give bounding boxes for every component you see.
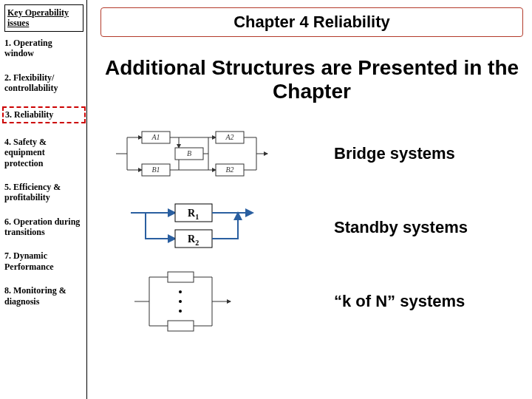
kofn-diagram <box>98 265 290 338</box>
svg-point-17 <box>179 300 182 303</box>
section-label-bridge: Bridge systems <box>290 144 455 163</box>
sidebar-header: Key Operability issues <box>4 4 83 32</box>
svg-point-16 <box>179 290 182 293</box>
svg-rect-14 <box>168 272 194 282</box>
sidebar-item-text: Efficiency & profitability <box>4 182 61 202</box>
sidebar-item-7: 7. Dynamic Performance <box>4 250 83 272</box>
sections: A1 A2 B B1 B2 Bridge systems <box>98 117 526 338</box>
svg-text:B1: B1 <box>151 166 160 174</box>
sidebar-item-3-reliability: 3. Reliability <box>2 106 86 123</box>
svg-point-18 <box>179 310 182 313</box>
main-heading: Additional Structures are Presented in t… <box>102 56 522 103</box>
sidebar-item-6: 6. Operation during transitions <box>4 216 83 238</box>
svg-rect-15 <box>168 321 194 331</box>
section-label-kofn: “k of N” systems <box>290 292 465 311</box>
sidebar-item-text: Dynamic Performance <box>4 250 54 271</box>
sidebar-item-num: 5. <box>4 182 11 192</box>
svg-text:B: B <box>187 149 191 157</box>
sidebar-item-5: 5. Efficiency & profitability <box>4 182 83 203</box>
sidebar-item-text: Monitoring & diagnosis <box>4 285 66 306</box>
standby-diagram: R1 R2 <box>98 191 290 265</box>
sidebar-item-1: 1. Operating window <box>4 38 83 59</box>
section-label-standby: Standby systems <box>290 218 468 237</box>
svg-text:A1: A1 <box>151 133 160 141</box>
sidebar-item-text: Operating window <box>4 38 52 58</box>
sidebar-item-num: 3. <box>5 109 12 120</box>
section-bridge: A1 A2 B B1 B2 Bridge systems <box>98 117 526 191</box>
sidebar-item-num: 4. <box>4 137 11 147</box>
bridge-diagram: A1 A2 B B1 B2 <box>98 117 290 191</box>
section-standby: R1 R2 Standby systems <box>98 191 526 265</box>
section-kofn: “k of N” systems <box>98 265 526 338</box>
sidebar-item-text: Operation during transitions <box>4 216 80 237</box>
sidebar-item-num: 8. <box>4 285 11 296</box>
svg-text:B2: B2 <box>225 166 233 174</box>
chapter-title-box: Chapter 4 Reliability <box>100 7 523 37</box>
main-content: Chapter 4 Reliability Additional Structu… <box>87 0 532 399</box>
sidebar: Key Operability issues 1. Operating wind… <box>0 0 87 399</box>
sidebar-item-2: 2. Flexibility/ controllability <box>4 72 83 94</box>
sidebar-item-num: 6. <box>4 216 11 227</box>
sidebar-item-num: 2. <box>4 72 11 83</box>
sidebar-item-text: Safety & equipment protection <box>4 137 47 168</box>
svg-text:A2: A2 <box>225 133 233 141</box>
sidebar-item-4: 4. Safety & equipment protection <box>4 137 83 168</box>
sidebar-item-num: 7. <box>4 250 11 261</box>
sidebar-item-8: 8. Monitoring & diagnosis <box>4 285 83 307</box>
sidebar-item-text: Flexibility/ controllability <box>4 72 58 93</box>
sidebar-item-text: Reliability <box>14 109 53 120</box>
sidebar-item-num: 1. <box>4 38 11 48</box>
